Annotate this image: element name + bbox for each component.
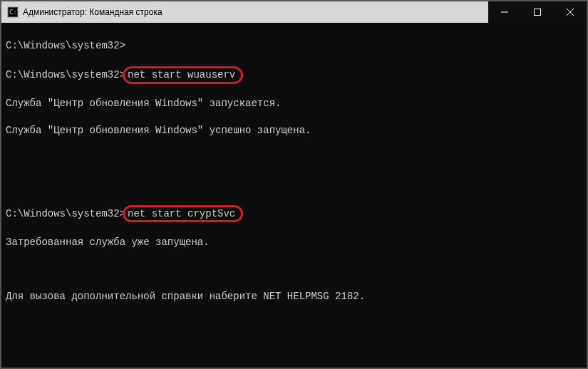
command-line: C:\Windows\system32>net start cryptSvc: [6, 205, 582, 223]
window-title: Администратор: Командная строка: [23, 7, 163, 17]
blank-line: [6, 151, 582, 165]
maximize-button[interactable]: [521, 1, 554, 23]
command-highlight: net start cryptSvc: [123, 205, 243, 223]
output-line: Затребованная служба уже запущена.: [6, 236, 582, 249]
output-line: Служба "Центр обновления Windows" запуск…: [6, 97, 582, 110]
svg-text:C:\: C:\: [9, 9, 19, 16]
command-line: C:\Windows\system32>net start wuauserv: [6, 66, 582, 84]
titlebar-left: C:\ Администратор: Командная строка: [7, 6, 163, 18]
blank-line: [6, 263, 582, 276]
output-line: Для вызова дополнительной справки набери…: [6, 290, 582, 303]
prompt: C:\Windows\system32>: [6, 208, 125, 219]
prompt: C:\Windows\system32>: [6, 69, 125, 80]
window-titlebar: C:\ Администратор: Командная строка: [1, 1, 587, 23]
minimize-button[interactable]: [488, 1, 521, 23]
prompt: C:\Windows\system32>: [6, 40, 125, 51]
output-line: Служба "Центр обновления Windows" успешн…: [6, 124, 582, 137]
terminal-output[interactable]: C:\Windows\system32> C:\Windows\system32…: [1, 23, 587, 368]
blank-line: [6, 317, 582, 331]
cmd-icon: C:\: [7, 6, 19, 18]
blank-line: [6, 178, 582, 192]
command-highlight: net start wuauserv: [123, 66, 243, 84]
window-controls: [488, 1, 587, 23]
svg-rect-3: [535, 9, 541, 16]
prompt-line: C:\Windows\system32>: [6, 39, 582, 53]
blank-line: [6, 343, 582, 357]
close-button[interactable]: [554, 1, 587, 23]
